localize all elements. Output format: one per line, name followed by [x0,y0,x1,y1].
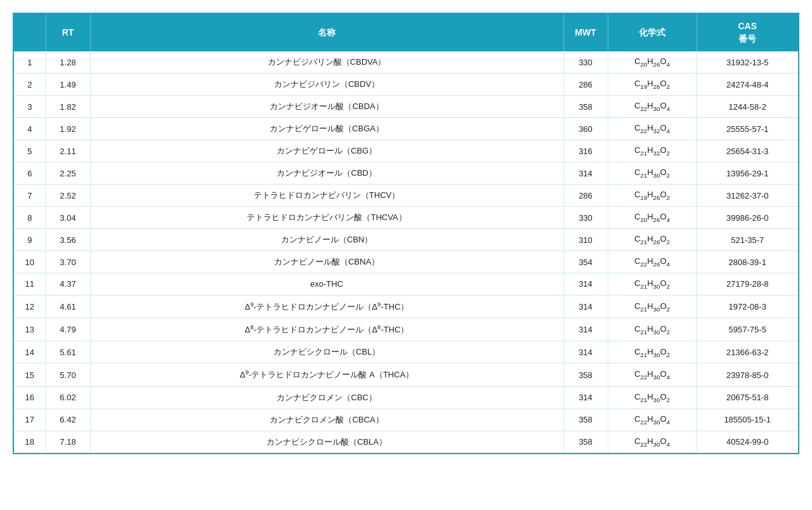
cell-formula: C21H30O2 [608,295,697,318]
cell-rt: 3.56 [46,229,90,251]
cell-name: カンナビシクロール酸（CBLA） [90,431,563,453]
header-rt: RT [46,14,90,51]
table-row: 114.37exo-THC314C21H30O227179-28-8 [14,273,798,296]
cell-name: Δ9-テトラヒドロカンナビノール（Δ9-THC） [90,295,563,318]
table-row: 176.42カンナビクロメン酸（CBCA）358C22H30O4185505-1… [14,409,798,431]
table-row: 83.04テトラヒドロカンナビバリン酸（THCVA）330C20H26O4399… [14,207,798,229]
cell-rt: 1.92 [46,118,90,140]
table-row: 11.28カンナビジバリン酸（CBDVA）330C20H26O431932-13… [14,51,798,74]
cell-cas: 40524-99-0 [697,431,798,453]
cell-formula: C22H26O4 [608,251,697,273]
cell-no: 16 [14,386,46,409]
cell-formula: C21H26O2 [608,229,697,251]
cell-name: カンナビジオール酸（CBDA） [90,96,563,118]
cell-formula: C19H26O2 [608,74,697,96]
cell-no: 8 [14,207,46,229]
table-row: 134.79Δ8-テトラヒドロカンナビノール（Δ8-THC）314C21H30O… [14,318,798,341]
table-row: 72.52テトラヒドロカンナビバリン（THCV）286C19H26O231262… [14,185,798,207]
cell-name: カンナビクロメン（CBC） [90,386,563,409]
cell-cas: 31262-37-0 [697,185,798,207]
cell-cas: 25555-57-1 [697,118,798,140]
cell-name: カンナビジバリン（CBDV） [90,74,563,96]
cell-mwt: 314 [563,273,608,296]
cell-mwt: 358 [563,409,608,431]
cell-no: 6 [14,162,46,185]
cell-mwt: 314 [563,386,608,409]
cell-formula: C21H32O2 [608,140,697,162]
table-row: 62.25カンナビジオール（CBD）314C21H30O213956-29-1 [14,162,798,185]
cell-mwt: 316 [563,140,608,162]
cell-no: 3 [14,96,46,118]
cell-formula: C22H30O4 [608,96,697,118]
cell-no: 7 [14,185,46,207]
cell-no: 12 [14,295,46,318]
table-row: 166.02カンナビクロメン（CBC）314C21H30O220675-51-8 [14,386,798,409]
cell-name: exo-THC [90,273,563,296]
cell-mwt: 358 [563,431,608,453]
header-cas: CAS番号 [697,14,798,51]
cell-no: 4 [14,118,46,140]
cell-cas: 31932-13-5 [697,51,798,74]
cell-no: 18 [14,431,46,453]
cell-cas: 27179-28-8 [697,273,798,296]
cell-mwt: 360 [563,118,608,140]
table-row: 155.70Δ9-テトラヒドロカンナビノール酸 A（THCA）358C22H30… [14,363,798,386]
cell-formula: C20H26O4 [608,51,697,74]
cell-cas: 24274-48-4 [697,74,798,96]
cell-cas: 1972-08-3 [697,295,798,318]
cell-name: カンナビゲロール（CBG） [90,140,563,162]
cell-formula: C22H30O4 [608,431,697,453]
cell-cas: 39986-26-0 [697,207,798,229]
cell-mwt: 354 [563,251,608,273]
cell-no: 15 [14,363,46,386]
cell-rt: 1.82 [46,96,90,118]
cell-rt: 4.79 [46,318,90,341]
header-name: 名称 [90,14,563,51]
cell-no: 10 [14,251,46,273]
cell-formula: C21H30O2 [608,386,697,409]
cell-rt: 1.49 [46,74,90,96]
cell-cas: 1244-58-2 [697,96,798,118]
cell-formula: C22H30O4 [608,409,697,431]
cell-cas: 20675-51-8 [697,386,798,409]
cell-mwt: 330 [563,207,608,229]
table-row: 187.18カンナビシクロール酸（CBLA）358C22H30O440524-9… [14,431,798,453]
cell-no: 13 [14,318,46,341]
table-row: 93.56カンナビノール（CBN）310C21H26O2521-35-7 [14,229,798,251]
cell-rt: 5.70 [46,363,90,386]
cell-rt: 6.42 [46,409,90,431]
cell-name: カンナビジオール（CBD） [90,162,563,185]
cell-cas: 185505-15-1 [697,409,798,431]
cell-formula: C21H30O2 [608,341,697,363]
cell-no: 11 [14,273,46,296]
cell-cas: 13956-29-1 [697,162,798,185]
cell-name: カンナビゲロール酸（CBGA） [90,118,563,140]
table-row: 145.61カンナビシクロール（CBL）314C21H30O221366-63-… [14,341,798,363]
cell-cas: 21366-63-2 [697,341,798,363]
cell-rt: 7.18 [46,431,90,453]
cell-cas: 23978-85-0 [697,363,798,386]
cell-mwt: 310 [563,229,608,251]
cell-formula: C22H32O4 [608,118,697,140]
main-table-wrapper: RT 名称 MWT 化学式 CAS番号 11.28カンナビジバリン酸（CBDVA… [13,13,799,454]
cell-cas: 521-35-7 [697,229,798,251]
cell-no: 17 [14,409,46,431]
table-row: 41.92カンナビゲロール酸（CBGA）360C22H32O425555-57-… [14,118,798,140]
cell-rt: 2.11 [46,140,90,162]
table-row: 21.49カンナビジバリン（CBDV）286C19H26O224274-48-4 [14,74,798,96]
cell-mwt: 286 [563,74,608,96]
cell-no: 1 [14,51,46,74]
cell-formula: C21H30O2 [608,273,697,296]
cell-rt: 2.52 [46,185,90,207]
cell-no: 5 [14,140,46,162]
cell-name: カンナビジバリン酸（CBDVA） [90,51,563,74]
cell-mwt: 330 [563,51,608,74]
header-mwt: MWT [563,14,608,51]
cell-cas: 5957-75-5 [697,318,798,341]
table-row: 124.61Δ9-テトラヒドロカンナビノール（Δ9-THC）314C21H30O… [14,295,798,318]
cell-name: Δ8-テトラヒドロカンナビノール（Δ8-THC） [90,318,563,341]
cell-mwt: 358 [563,363,608,386]
cell-mwt: 286 [563,185,608,207]
cell-formula: C19H26O2 [608,185,697,207]
cell-rt: 3.70 [46,251,90,273]
